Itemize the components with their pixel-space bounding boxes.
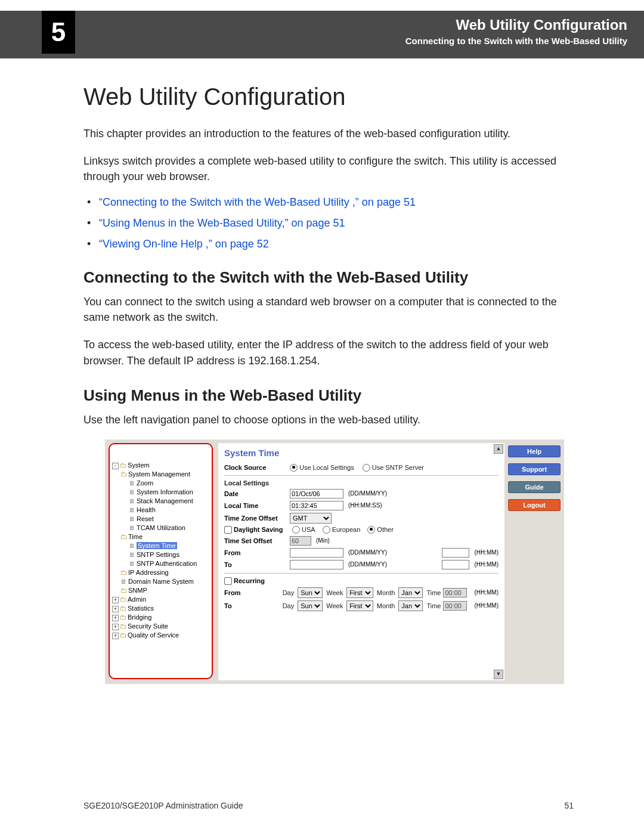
field-label: To (224, 602, 283, 609)
paragraph: Use the left navigation panel to choose … (83, 412, 574, 428)
field-label: Local Time (224, 502, 290, 509)
chapter-subtitle: Connecting to the Switch with the Web-Ba… (405, 36, 627, 46)
radio-sntp-server[interactable] (363, 464, 370, 472)
field-label: Time Set Offset (224, 537, 290, 544)
tree-item[interactable]: +🗀Bridging (112, 613, 209, 622)
field-label: Recurring (234, 577, 299, 584)
from-month-select[interactable]: Jan (398, 587, 423, 598)
chapter-title: Web Utility Configuration (405, 17, 627, 33)
radio-label: Other (377, 526, 394, 533)
to-time-field (443, 601, 467, 611)
field-hint: (DD/MMM/YY) (348, 549, 387, 556)
to-date-input[interactable] (290, 560, 343, 569)
timezone-select[interactable]: GMT (290, 513, 332, 524)
help-button[interactable]: Help (508, 445, 561, 457)
field-hint: (HH:MM) (474, 602, 499, 609)
footer-left: SGE2010/SGE2010P Administration Guide (83, 801, 243, 810)
chapter-number: 5 (42, 11, 75, 54)
scroll-down-button[interactable]: ▼ (494, 670, 503, 679)
mini-label: Month (377, 602, 395, 609)
chapter-heading: Web Utility Configuration Connecting to … (405, 17, 627, 46)
mini-label: Day (283, 589, 295, 596)
mini-label: Week (326, 589, 343, 596)
radio-local-settings[interactable] (290, 464, 298, 472)
from-time-input[interactable] (442, 548, 469, 558)
to-day-select[interactable]: Sun (298, 600, 323, 611)
tree-item[interactable]: 🗎Domain Name System (112, 577, 209, 586)
field-label: Date (224, 490, 290, 497)
tree-item[interactable]: 🗀IP Addressing (112, 568, 209, 577)
field-label: From (224, 549, 290, 556)
tree-item[interactable]: 🗎System Time (112, 541, 209, 550)
paragraph: Linksys switch provides a complete web-b… (83, 153, 574, 184)
tree-item[interactable]: +🗀Security Suite (112, 622, 209, 631)
tree-item[interactable]: 🗎Zoom (112, 479, 209, 488)
field-hint: (DD/MMM/YY) (348, 561, 387, 568)
xref-link[interactable]: “Connecting to the Switch with the Web-B… (99, 196, 416, 208)
page-title: Web Utility Configuration (83, 83, 574, 110)
daylight-saving-checkbox[interactable] (224, 526, 232, 534)
mini-label: Day (283, 602, 295, 609)
section-heading: Using Menus in the Web-Based Utility (83, 386, 574, 405)
page-footer: SGE2010/SGE2010P Administration Guide 51 (83, 801, 574, 810)
cross-reference-list: “Connecting to the Switch with the Web-B… (83, 196, 574, 250)
paragraph: This chapter provides an introduction to… (83, 126, 574, 141)
guide-button[interactable]: Guide (508, 481, 561, 493)
field-label: Clock Source (224, 464, 290, 471)
paragraph: You can connect to the switch using a st… (83, 294, 574, 325)
from-date-input[interactable] (290, 548, 343, 558)
support-button[interactable]: Support (508, 463, 561, 475)
field-hint: (HH:MM:SS) (348, 502, 382, 509)
radio-other[interactable] (367, 526, 375, 534)
tree-item[interactable]: 🗀System Management (112, 470, 209, 479)
radio-label: European (332, 526, 361, 533)
tree-item[interactable]: 🗀SNMP (112, 586, 209, 595)
mini-label: Month (377, 589, 395, 596)
from-day-select[interactable]: Sun (298, 587, 323, 598)
mini-label: Time (426, 589, 441, 596)
tree-item[interactable]: 🗎TCAM Utilization (112, 524, 209, 532)
field-label: Time Zone Offset (224, 515, 290, 522)
tree-item[interactable]: 🗀Time (112, 532, 209, 541)
tree-item[interactable]: 🗎System Information (112, 488, 209, 497)
tree-item[interactable]: 🗎Health (112, 506, 209, 515)
tree-item[interactable]: +🗀Statistics (112, 604, 209, 613)
field-hint: (HH:MM) (474, 549, 499, 556)
tree-item[interactable]: +🗀Quality of Service (112, 631, 209, 640)
field-hint: (DD/MMM/YY) (348, 490, 387, 497)
to-time-input[interactable] (442, 560, 469, 569)
to-week-select[interactable]: First (346, 600, 373, 611)
field-label: To (224, 561, 290, 568)
recurring-checkbox[interactable] (224, 577, 232, 585)
chapter-header: 5 Web Utility Configuration Connecting t… (0, 11, 644, 58)
scroll-up-button[interactable]: ▲ (494, 444, 503, 454)
tree-item[interactable]: 🗎Reset (112, 515, 209, 524)
xref-link[interactable]: “Using Menus in the Web-Based Utility,” … (99, 217, 345, 229)
field-hint: (HH:MM) (474, 561, 499, 568)
tree-item[interactable]: -🗀System (112, 461, 209, 470)
tree-item[interactable]: 🗎SNTP Settings (112, 550, 209, 559)
field-label: From (224, 589, 283, 596)
section-heading: Connecting to the Switch with the Web-Ba… (83, 268, 574, 287)
tree-item[interactable]: 🗎SNTP Authentication (112, 559, 209, 568)
date-input[interactable] (290, 489, 343, 498)
from-time-field (443, 588, 467, 597)
field-hint: (Min) (316, 537, 330, 544)
radio-usa[interactable] (292, 526, 300, 534)
tree-item[interactable]: +🗀Admin (112, 595, 209, 604)
paragraph: To access the web-based utility, enter t… (83, 337, 574, 368)
xref-link[interactable]: “Viewing On-line Help ,” on page 52 (99, 238, 269, 250)
logout-button[interactable]: Logout (508, 499, 561, 511)
form-panel: System Time Clock Source Use Local Setti… (218, 443, 504, 680)
panel-title: System Time (224, 448, 499, 458)
tree-item[interactable]: 🗎Stack Management (112, 497, 209, 506)
mini-label: Time (426, 602, 441, 609)
local-time-input[interactable] (290, 501, 343, 510)
radio-label: Use SNTP Server (372, 464, 424, 471)
to-month-select[interactable]: Jan (398, 600, 423, 611)
from-week-select[interactable]: First (346, 587, 373, 598)
radio-label: Use Local Settings (299, 464, 354, 471)
radio-european[interactable] (323, 526, 330, 534)
mini-label: Week (326, 602, 343, 609)
embedded-screenshot: -🗀System🗀System Management🗎Zoom🗎System I… (105, 439, 564, 684)
